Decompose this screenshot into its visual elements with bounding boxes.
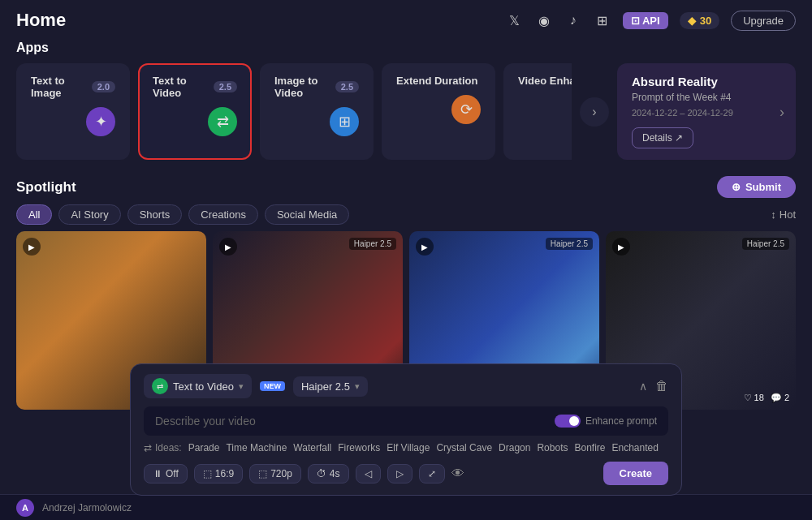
apps-title: Apps [16,41,796,55]
sort-button[interactable]: ↕ Hot [771,208,796,221]
text-to-image-icon: ✦ [86,107,115,136]
spotlight-header: Spotlight ⊕ Submit [0,168,812,204]
shuffle-icon: ⇄ [144,442,152,453]
idea-chip-2[interactable]: Waterfall [293,442,331,453]
page-title: Home [16,10,66,31]
filter-all[interactable]: All [16,204,52,225]
ideas-row: ⇄ Ideas: Parade Time Machine Waterfall F… [144,436,668,457]
prompt-input[interactable]: Describe your video [155,415,256,428]
discord-icon[interactable]: ⊞ [594,11,611,29]
submit-button[interactable]: ⊕ Submit [717,176,796,198]
play-icon-2[interactable]: ▶ [219,238,237,256]
idea-chip-9[interactable]: Enchanted [612,442,659,453]
model-chevron-icon: ▾ [355,381,360,392]
promo-title: Absurd Reality [632,75,781,88]
instagram-icon[interactable]: ◉ [535,11,553,29]
toolbar-ratio-button[interactable]: ⬚ 16:9 [194,464,243,483]
filter-shorts[interactable]: Shorts [127,204,183,225]
enhance-toggle[interactable]: Enhance prompt [555,415,657,428]
x-icon[interactable]: 𝕏 [506,11,524,29]
user-name: Andrzej Jarmolowicz [42,502,132,514]
idea-chip-5[interactable]: Crystal Cave [436,442,492,453]
apps-next-arrow[interactable]: › [580,97,609,127]
app-card-video-enhancer[interactable]: Video Enhancer ✦ [503,63,572,160]
haiper-badge-2: Haiper 2.5 [349,238,396,250]
apps-row: Text to Image 2.0 ✦ Text to Video 2.5 ⇄ … [16,63,796,160]
mode-selector[interactable]: ⇄ Text to Video ▾ [144,374,252,398]
user-avatar: A [16,499,34,517]
idea-chip-0[interactable]: Parade [188,442,220,453]
api-button[interactable]: ⊡ API [623,12,668,29]
app-card-extend-duration[interactable]: Extend Duration ⟳ [382,63,495,160]
play-icon-4[interactable]: ▶ [612,238,630,256]
create-button[interactable]: Create [603,462,668,485]
idea-chip-8[interactable]: Bonfire [574,442,605,453]
filter-tabs: All AI Story Shorts Creations Social Med… [0,204,812,231]
idea-chip-1[interactable]: Time Machine [226,442,287,453]
user-bar: A Andrzej Jarmolowicz [0,494,812,520]
upgrade-button[interactable]: Upgrade [731,11,796,31]
prompt-area: Describe your video Enhance prompt [144,406,668,436]
play-icon-3[interactable]: ▶ [416,238,434,256]
idea-chip-7[interactable]: Robots [537,442,568,453]
upload-icon: ⊕ [732,181,741,193]
text-to-video-icon: ⇄ [208,107,237,136]
app-card-image-to-video[interactable]: Image to Video 2.5 ⊞ [260,63,374,160]
timer-icon: ⏱ [317,468,326,479]
idea-chip-3[interactable]: Fireworks [338,442,380,453]
app-card-header: Image to Video 2.5 [274,75,359,99]
toolbar-forward-button[interactable]: ▷ [387,464,412,483]
app-card-header: Extend Duration [396,75,481,87]
mode-icon: ⇄ [152,378,168,394]
header: Home 𝕏 ◉ ♪ ⊞ ⊡ API ◆ 30 Upgrade [0,0,812,41]
promo-subtitle: Prompt of the Week #4 [632,92,781,103]
toolbar-quality-button[interactable]: ⬚ 720p [249,464,301,483]
collapse-icon[interactable]: ∧ [639,380,647,393]
filter-social-media[interactable]: Social Media [265,204,349,225]
sort-icon: ↕ [771,208,776,221]
filter-ai-story[interactable]: AI Story [58,204,120,225]
toolbar-duration-button[interactable]: ⏱ 4s [308,464,349,483]
idea-chip-6[interactable]: Dragon [499,442,530,453]
idea-chip-4[interactable]: Elf Village [387,442,430,453]
haiper-badge-4: Haiper 2.5 [742,238,789,250]
app-card-text-to-video[interactable]: Text to Video 2.5 ⇄ [138,63,252,160]
promo-card: Absurd Reality Prompt of the Week #4 202… [617,63,796,160]
app-card-text-to-image[interactable]: Text to Image 2.0 ✦ [16,63,130,160]
comment-icon: 💬 2 [771,393,789,403]
image-to-video-icon: ⊞ [330,107,359,136]
spotlight-title: Spotlight [16,179,76,196]
quality-icon: ⬚ [258,468,267,479]
app-card-header: Text to Image 2.0 [31,75,115,99]
extend-duration-icon: ⟳ [451,95,481,124]
toolbar-expand-button[interactable]: ⤢ [419,464,445,483]
tiktok-icon[interactable]: ♪ [564,11,582,29]
apps-section: Apps Text to Image 2.0 ✦ Text to Video 2… [0,41,812,168]
new-badge: NEW [260,381,285,391]
coins-badge[interactable]: ◆ 30 [680,12,719,29]
promo-date: 2024-12-22 – 2024-12-29 [632,108,781,118]
haiper-badge-3: Haiper 2.5 [546,238,593,250]
ideas-label: ⇄ Ideas: [144,442,182,453]
app-card-header: Video Enhancer [518,75,572,87]
delete-icon[interactable]: 🗑 [655,379,668,393]
heart-icon: ♡ 18 [744,393,764,403]
toggle-pill[interactable] [555,415,581,428]
promo-details-button[interactable]: Details ↗ [632,127,693,148]
video-likes-4: ♡ 18 💬 2 [744,393,790,403]
toolbar-back-button[interactable]: ◁ [356,464,381,483]
model-selector[interactable]: Haiper 2.5 ▾ [293,376,368,397]
toolbar-row: ⏸ Off ⬚ 16:9 ⬚ 720p ⏱ 4s ◁ ▷ ⤢ 👁 Create [144,457,668,485]
creation-panel-top: ⇄ Text to Video ▾ NEW Haiper 2.5 ▾ ∧ 🗑 [144,374,668,398]
header-actions: 𝕏 ◉ ♪ ⊞ ⊡ API ◆ 30 Upgrade [506,11,796,31]
apps-list: Text to Image 2.0 ✦ Text to Video 2.5 ⇄ … [16,63,572,160]
play-icon-1[interactable]: ▶ [23,238,41,256]
chevron-down-icon: ▾ [239,381,244,392]
promo-arrow-icon[interactable]: › [780,103,784,120]
filter-creations[interactable]: Creations [188,204,258,225]
toolbar-off-button[interactable]: ⏸ Off [144,464,188,483]
pause-icon: ⏸ [153,468,162,479]
eye-icon[interactable]: 👁 [451,466,464,481]
app-card-header: Text to Video 2.5 [153,75,237,99]
creation-panel: ⇄ Text to Video ▾ NEW Haiper 2.5 ▾ ∧ 🗑 D… [130,363,682,496]
